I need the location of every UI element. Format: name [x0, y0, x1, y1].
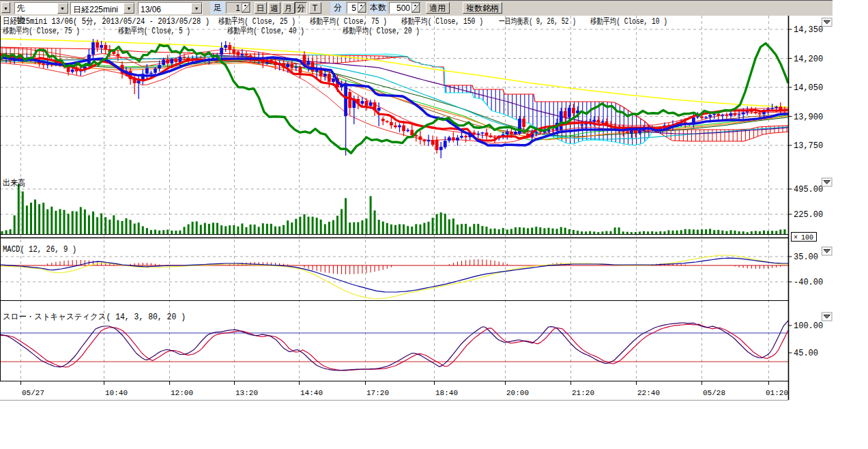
svg-text:移動平均( Close, 20 ): 移動平均( Close, 20 ) [343, 26, 420, 36]
svg-text:225.00: 225.00 [794, 210, 823, 220]
svg-text:100.00: 100.00 [794, 321, 823, 331]
svg-text:一目均衡表( 9, 26, 52 ): 一目均衡表( 9, 26, 52 ) [499, 16, 576, 27]
svg-text:出来高: 出来高 [3, 178, 25, 188]
svg-text:移動平均( Close, 75 ): 移動平均( Close, 75 ) [310, 16, 387, 27]
svg-text:05/28: 05/28 [703, 389, 725, 397]
svg-text:14:40: 14:40 [300, 389, 323, 397]
svg-text:20:00: 20:00 [506, 389, 529, 397]
svg-text:495.00: 495.00 [794, 185, 823, 194]
svg-text:01:20: 01:20 [766, 389, 788, 397]
svg-text:18:40: 18:40 [435, 389, 458, 397]
svg-text:13,750: 13,750 [794, 141, 823, 151]
svg-text:05/27: 05/27 [22, 389, 44, 397]
svg-text:-40.00: -40.00 [794, 278, 823, 287]
svg-text:35.00: 35.00 [794, 252, 818, 262]
svg-text:17:20: 17:20 [366, 389, 389, 397]
svg-text:日経225mini 13/06( 5分, 2013/05/2: 日経225mini 13/06( 5分, 2013/05/24 - 2013/0… [3, 16, 209, 27]
svg-text:22:40: 22:40 [637, 389, 660, 397]
svg-text:45.00: 45.00 [794, 349, 818, 358]
svg-text:13:20: 13:20 [235, 389, 258, 397]
svg-text:14,200: 14,200 [794, 55, 823, 64]
svg-text:21:20: 21:20 [572, 389, 594, 397]
svg-text:移動平均( Close, 5 ): 移動平均( Close, 5 ) [118, 26, 190, 36]
svg-text:100: 100 [801, 234, 813, 242]
svg-text:移動平均( Close, 25 ): 移動平均( Close, 25 ) [218, 16, 295, 27]
svg-text:MACD( 12, 26, 9 ): MACD( 12, 26, 9 ) [3, 245, 76, 255]
svg-text:10:40: 10:40 [105, 389, 128, 397]
svg-text:移動平均( Close, 150 ): 移動平均( Close, 150 ) [401, 16, 483, 27]
svg-text:スロー・ストキャスティクス( 14, 3, 80, 20 ): スロー・ストキャスティクス( 14, 3, 80, 20 ) [3, 313, 186, 322]
svg-text:移動平均( Close, 40 ): 移動平均( Close, 40 ) [227, 26, 304, 36]
svg-text:14,350: 14,350 [794, 25, 823, 35]
svg-text:移動平均( Close, 75 ): 移動平均( Close, 75 ) [3, 26, 80, 36]
svg-text:移動平均( Close, 10 ): 移動平均( Close, 10 ) [590, 16, 667, 27]
svg-text:×: × [794, 234, 798, 242]
svg-text:14,050: 14,050 [794, 83, 823, 93]
svg-text:12:00: 12:00 [171, 389, 193, 397]
svg-text:13,900: 13,900 [794, 113, 823, 122]
